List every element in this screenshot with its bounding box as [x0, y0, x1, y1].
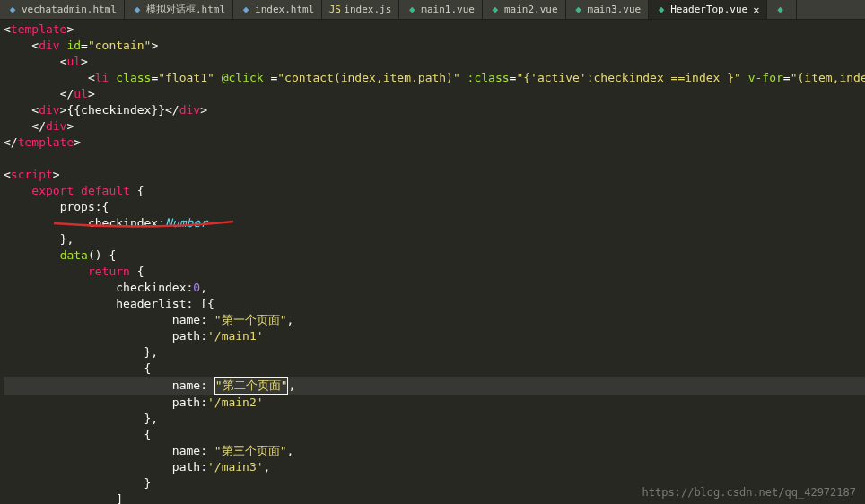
js-icon: JS — [329, 4, 340, 15]
code-line: <ul> — [4, 54, 865, 70]
tab-vechatadmin[interactable]: ◆vechatadmin.html — [0, 0, 125, 19]
vue-icon: ◆ — [573, 4, 584, 15]
code-line: { — [4, 427, 865, 443]
code-line: }, — [4, 344, 865, 361]
tab-main2[interactable]: ◆main2.vue — [483, 0, 566, 19]
code-line: props:{ — [4, 199, 865, 215]
tab-headertop[interactable]: ◆HeaderTop.vue✕ — [649, 0, 767, 19]
watermark: https://blog.csdn.net/qq_42972187 — [642, 486, 856, 499]
code-line: path:'/main3', — [4, 459, 865, 475]
tab-index-js[interactable]: JSindex.js — [322, 0, 399, 19]
vue-icon: ◆ — [774, 4, 785, 15]
vue-icon: ◆ — [490, 4, 501, 15]
code-editor[interactable]: <template> <div id="contain"> <ul> <li c… — [0, 20, 865, 504]
code-line: name: "第三个页面", — [4, 443, 865, 459]
tab-main3[interactable]: ◆main3.vue — [566, 0, 650, 19]
code-line: data() { — [4, 248, 865, 264]
code-line: name: "第一个页面", — [4, 312, 865, 328]
code-line: </template> — [4, 135, 865, 151]
code-line: export default { — [4, 183, 865, 199]
vue-icon: ◆ — [656, 4, 667, 15]
close-icon[interactable]: ✕ — [753, 4, 759, 16]
code-line: <div>{{checkindex}}</div> — [4, 102, 865, 118]
code-line: <script> — [4, 167, 865, 183]
vue-icon: ◆ — [406, 4, 417, 15]
code-line: { — [4, 361, 865, 377]
tab-modal[interactable]: ◆模拟对话框.html — [125, 0, 233, 19]
html-icon: ◆ — [7, 4, 18, 15]
tab-main1[interactable]: ◆main1.vue — [399, 0, 483, 19]
code-line: <div id="contain"> — [4, 38, 865, 54]
code-line: checkindex:0, — [4, 280, 865, 296]
code-line — [4, 151, 865, 167]
code-line: </div> — [4, 118, 865, 135]
code-line: <template> — [4, 22, 865, 38]
code-line: }, — [4, 231, 865, 248]
code-line: path:'/main2' — [4, 395, 865, 411]
code-line-active: name: "第二个页面", — [4, 377, 865, 395]
html-icon: ◆ — [240, 4, 251, 15]
tab-bar: ◆vechatadmin.html ◆模拟对话框.html ◆index.htm… — [0, 0, 865, 20]
tab-index-html[interactable]: ◆index.html — [233, 0, 322, 19]
html-icon: ◆ — [132, 4, 143, 15]
tab-overflow[interactable]: ◆ — [767, 0, 797, 19]
code-line: </ul> — [4, 86, 865, 102]
code-line: path:'/main1' — [4, 328, 865, 344]
code-line: }, — [4, 411, 865, 427]
code-line: headerlist: [{ — [4, 296, 865, 312]
code-line: <li class="float1" @click ="contact(inde… — [4, 70, 865, 86]
code-line: checkindex:Number — [4, 215, 865, 231]
code-line: return { — [4, 264, 865, 280]
